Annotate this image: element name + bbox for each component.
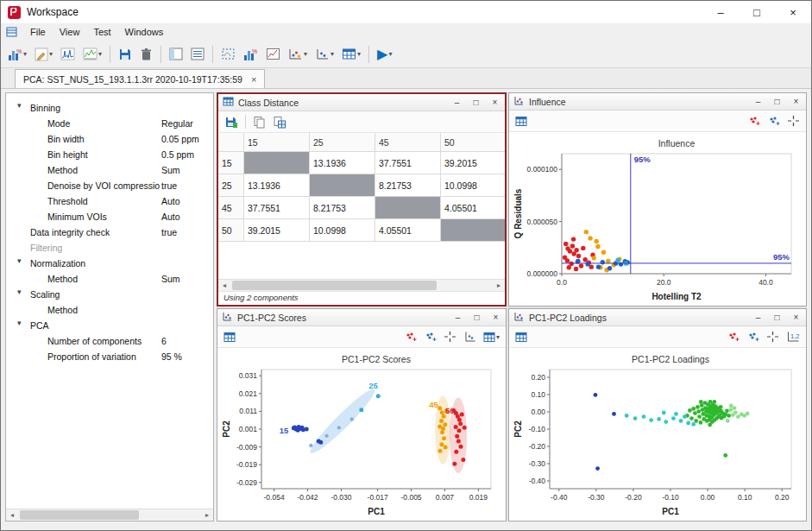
class-distance-hscrollbar[interactable]: ◂ ▸ [218, 279, 505, 291]
table-cell[interactable] [441, 219, 505, 242]
subwindow-close-button[interactable]: × [488, 311, 503, 324]
table-dropdown-button[interactable]: ▾ [481, 328, 502, 346]
table-cell[interactable] [375, 197, 441, 219]
property-value[interactable]: Sum [161, 165, 180, 175]
table-cell[interactable]: 37.7551 [244, 197, 310, 219]
pc-selector-icon[interactable]: 1,2 [784, 328, 803, 346]
scroll-thumb[interactable] [20, 510, 139, 520]
tree-expand-icon[interactable]: ▾ [17, 101, 22, 110]
highlight-red-icon[interactable] [401, 328, 419, 346]
show-table-button[interactable] [221, 328, 238, 346]
tree-row[interactable]: ThresholdAuto [6, 193, 213, 209]
subwindow-minimize-button[interactable]: – [751, 95, 765, 108]
axes-icon[interactable] [461, 328, 479, 346]
table-column-header[interactable]: 25 [310, 133, 375, 152]
highlight-blue-icon[interactable] [421, 328, 439, 346]
tree-expand-icon[interactable]: ▾ [17, 319, 22, 327]
menu-view[interactable]: View [54, 25, 86, 39]
table-cell[interactable]: 4.05501 [375, 219, 441, 242]
tree-expand-icon[interactable]: ▾ [17, 256, 22, 265]
tree-row[interactable]: ModeRegular [6, 116, 213, 131]
table-cell[interactable]: 10.0998 [310, 219, 375, 242]
table-cell[interactable]: 10.0998 [441, 174, 505, 197]
property-value[interactable]: 6 [161, 336, 167, 346]
crosshair-icon[interactable] [764, 328, 782, 346]
spectrum-stack-button[interactable]: ▾ [79, 43, 105, 66]
table-cell[interactable]: 4.05501 [441, 197, 505, 219]
subwindow-minimize-button[interactable]: – [751, 311, 765, 324]
tree-row[interactable]: MethodSum [6, 162, 213, 178]
window-maximize-button[interactable]: □ [739, 1, 775, 23]
influence-plot[interactable]: Influence0.020.040.00.0000000.0000500.00… [512, 133, 803, 303]
scroll-right-icon[interactable]: ▸ [493, 280, 505, 291]
delete-button[interactable] [136, 43, 156, 66]
table-cell[interactable]: 13.1936 [244, 174, 310, 197]
tree-row[interactable]: Filtering [6, 240, 213, 256]
highlight-red-icon[interactable] [724, 328, 742, 346]
subwindow-maximize-button[interactable]: □ [770, 311, 784, 324]
tree-row[interactable]: ▾PCA [6, 318, 213, 333]
toggle-items-panel-button[interactable] [187, 43, 208, 66]
table-column-header[interactable]: 15 [244, 133, 310, 152]
scroll-track[interactable] [18, 509, 201, 521]
property-value[interactable]: true [161, 180, 177, 191]
loadings-titlebar[interactable]: PC1-PC2 Loadings – □ × [509, 309, 806, 326]
run-button[interactable]: ▶ ▾ [374, 43, 395, 66]
property-value[interactable]: true [161, 227, 177, 237]
table-cell[interactable]: 37.7551 [375, 152, 441, 174]
crosshair-icon[interactable] [441, 328, 459, 346]
scores-plot[interactable]: PC1-PC2 Scores-0.054-0.042-0.030-0.017-0… [220, 349, 503, 518]
table-cell[interactable]: 8.21753 [375, 174, 441, 197]
table-cell[interactable] [310, 174, 375, 197]
tree-row[interactable]: Bin width0.05 ppm [6, 131, 213, 147]
influence-titlebar[interactable]: Influence – □ × [509, 93, 806, 111]
table-column-header[interactable]: 50 [441, 133, 505, 152]
highlight-red-icon[interactable] [745, 112, 763, 130]
table-cell[interactable] [244, 152, 310, 174]
property-value[interactable]: 95 % [161, 351, 182, 362]
pca-document-tab[interactable]: PCA: SST_NUS_15_193.1.1.3rr 2020-10-19T1… [15, 69, 265, 88]
crosshair-icon[interactable] [784, 112, 803, 130]
subwindow-maximize-button[interactable]: □ [469, 96, 483, 109]
highlight-blue-icon[interactable] [744, 328, 762, 346]
menu-windows[interactable]: Windows [119, 25, 170, 39]
property-value[interactable]: Auto [161, 212, 180, 222]
edit-tool-button[interactable]: ▾ [31, 43, 56, 66]
property-value[interactable]: 0.5 ppm [161, 149, 194, 160]
tab-close-icon[interactable]: × [251, 74, 256, 85]
scroll-thumb[interactable] [232, 281, 437, 290]
toggle-properties-panel-button[interactable] [166, 43, 186, 66]
table-row-header[interactable]: 50 [218, 219, 244, 242]
table-column-header[interactable]: 45 [375, 133, 441, 152]
copy-button[interactable] [250, 113, 268, 131]
subwindow-minimize-button[interactable]: – [450, 96, 464, 109]
show-table-button[interactable] [513, 328, 530, 346]
property-value[interactable]: Sum [161, 274, 180, 284]
subwindow-maximize-button[interactable]: □ [469, 311, 484, 324]
chart-frame-button[interactable] [262, 43, 284, 66]
copy-with-headers-button[interactable] [270, 113, 289, 131]
tree-row[interactable]: Denoise by VOI compressiontrue [6, 178, 213, 193]
properties-hscrollbar[interactable]: ◂ ▸ [6, 509, 213, 521]
menu-file[interactable]: File [24, 25, 52, 39]
table-view-button[interactable]: ▾ [338, 43, 364, 66]
region-select-button[interactable] [217, 43, 239, 66]
table-cell[interactable]: 8.21753 [310, 197, 375, 219]
class-distance-titlebar[interactable]: Class Distance – □ × [218, 94, 505, 111]
tree-row[interactable]: ▾Scaling [6, 287, 213, 302]
window-minimize-button[interactable]: – [702, 1, 739, 23]
highlight-blue-icon[interactable] [765, 112, 783, 130]
tree-row[interactable]: MethodSum [6, 271, 213, 287]
tree-row[interactable]: ▾Binning [6, 100, 213, 116]
show-table-button[interactable] [513, 112, 530, 130]
table-cell[interactable]: 39.2015 [441, 152, 505, 174]
window-close-button[interactable]: × [775, 1, 811, 23]
menu-grid-icon[interactable] [6, 27, 17, 37]
export-table-button[interactable] [222, 113, 241, 131]
subwindow-close-button[interactable]: × [789, 95, 803, 108]
subwindow-minimize-button[interactable]: – [450, 311, 465, 324]
table-cell[interactable]: 13.1936 [310, 152, 375, 174]
property-value[interactable]: 0.05 ppm [161, 134, 199, 144]
scatter-plot-button[interactable]: ▾ [285, 43, 311, 66]
tree-row[interactable]: Data integrity checktrue [6, 224, 213, 240]
